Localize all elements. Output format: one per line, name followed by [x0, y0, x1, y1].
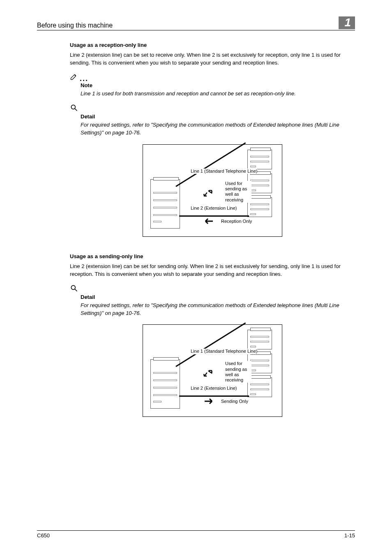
note-callout: ... Note Line 1 is used for both transmi… [70, 72, 355, 98]
diagram-line2-label: Line 2 (Extension Line) [191, 386, 237, 391]
detail-head-2 [70, 284, 355, 292]
left-arrow-icon [204, 218, 214, 224]
footer-page-number: 1-15 [344, 532, 355, 539]
page-content: Usage as a reception-only line Line 2 (e… [37, 42, 355, 417]
pencil-icon [70, 72, 78, 81]
svg-line-1 [75, 109, 77, 111]
diagram-usedfor-label: Used for sending as well as receiving [225, 181, 251, 203]
ellipsis-icon: ... [80, 76, 88, 81]
section-heading-sending: Usage as a sending-only line [70, 253, 355, 259]
footer-model: C650 [37, 532, 50, 539]
double-arrow-icon [203, 190, 213, 197]
printer-main-icon [150, 359, 180, 409]
detail-head-1 [70, 104, 355, 112]
diagram-mode-label: Sending Only [221, 399, 248, 404]
section-body-reception: Line 2 (extension line) can be set to re… [70, 51, 355, 67]
diagram-frame: Line 1 (Standard Telephone Line) Used fo… [143, 144, 282, 237]
page-header: Before using this machine 1 [37, 16, 355, 30]
right-arrow-icon [204, 398, 214, 405]
detail-body-2: For required settings, refer to "Specify… [81, 302, 355, 317]
diagram-reception: Line 1 (Standard Telephone Line) Used fo… [70, 144, 355, 237]
note-head: ... [70, 72, 355, 81]
line2-connection [179, 215, 249, 217]
line1-connection [175, 323, 246, 368]
line1-connection [175, 142, 246, 187]
running-title: Before using this machine [37, 22, 113, 29]
chapter-number-badge: 1 [339, 16, 355, 29]
detail-body-1: For required settings, refer to "Specify… [81, 121, 355, 137]
diagram-line2-label: Line 2 (Extension Line) [191, 206, 237, 211]
double-arrow-icon [203, 370, 213, 377]
line2-connection [179, 395, 249, 397]
section-heading-reception: Usage as a reception-only line [70, 42, 355, 48]
detail-callout-2: Detail For required settings, refer to "… [70, 284, 355, 317]
note-body: Line 1 is used for both transmission and… [81, 90, 355, 98]
diagram-mode-label: Reception Only [221, 219, 252, 224]
section-body-sending: Line 2 (extension line) can be set for s… [70, 263, 355, 278]
magnifier-icon [70, 284, 78, 292]
diagram-frame: Line 1 (Standard Telephone Line) Used fo… [143, 324, 282, 417]
detail-callout-1: Detail For required settings, refer to "… [70, 104, 355, 137]
detail-label-1: Detail [81, 113, 355, 120]
printer-main-icon [150, 179, 180, 229]
magnifier-icon [70, 104, 78, 112]
printer-remote-icon [247, 150, 272, 169]
detail-label-2: Detail [81, 294, 355, 300]
page-footer: C650 1-15 [37, 530, 355, 539]
printer-remote-icon [247, 330, 272, 349]
svg-line-3 [75, 289, 77, 291]
diagram-usedfor-label: Used for sending as well as receiving [225, 361, 251, 383]
note-label: Note [81, 82, 355, 88]
diagram-line1-label: Line 1 (Standard Telephone Line) [191, 349, 257, 354]
diagram-sending: Line 1 (Standard Telephone Line) Used fo… [70, 324, 355, 417]
diagram-line1-label: Line 1 (Standard Telephone Line) [191, 169, 257, 174]
